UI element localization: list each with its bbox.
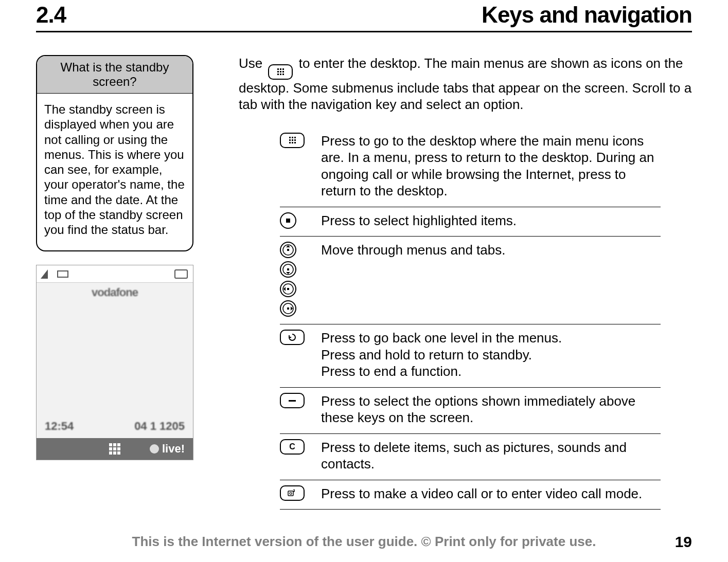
key-desc: Press to select highlighted items. xyxy=(321,212,517,229)
back-key-icon xyxy=(280,330,305,345)
intro-text: Use to enter the desktop. The main menus… xyxy=(239,55,692,113)
nav-up-icon xyxy=(280,242,296,258)
key-icon-col: C xyxy=(280,439,321,455)
operator-name: vodafone xyxy=(37,286,193,299)
callout-body: The standby screen is displayed when you… xyxy=(37,94,192,250)
page-header: 2.4 Keys and navigation xyxy=(36,0,692,28)
svg-rect-8 xyxy=(289,400,296,402)
page: 2.4 Keys and navigation What is the stan… xyxy=(0,0,728,562)
key-row: Press to select the options shown immedi… xyxy=(280,388,661,434)
nav-left-icon xyxy=(280,281,296,297)
softkey-bar: live! xyxy=(37,438,193,460)
nav-right-icon xyxy=(280,300,296,317)
body: What is the standby screen? The standby … xyxy=(36,55,692,510)
live-icon xyxy=(150,444,159,454)
svg-rect-7 xyxy=(287,307,289,310)
desktop-grid-icon xyxy=(109,443,120,455)
svg-rect-9 xyxy=(288,491,293,496)
softkey-right-label: live! xyxy=(162,442,185,456)
callout-title: What is the standby screen? xyxy=(37,56,192,94)
key-icon-col xyxy=(280,133,321,148)
key-icon-col xyxy=(280,242,321,317)
key-row: Press to go to the desktop where the mai… xyxy=(280,128,661,207)
section-title: Keys and navigation xyxy=(482,2,692,28)
key-desc: Press to select the options shown immedi… xyxy=(321,393,661,426)
section-number: 2.4 xyxy=(36,2,66,28)
key-table: Press to go to the desktop where the mai… xyxy=(280,128,661,510)
key-desc: Press to go to the desktop where the mai… xyxy=(321,133,661,200)
grid-key-icon xyxy=(268,64,293,80)
video-call-key-icon xyxy=(280,485,305,501)
footer-text: This is the Internet version of the user… xyxy=(0,534,728,550)
status-bar xyxy=(37,265,193,283)
c-key-icon: C xyxy=(280,439,305,455)
header-rule xyxy=(36,31,692,32)
key-desc: Press to delete items, such as pictures,… xyxy=(321,439,661,473)
left-column: What is the standby screen? The standby … xyxy=(36,55,206,510)
key-icon-col xyxy=(280,393,321,408)
key-desc: Move through menus and tabs. xyxy=(321,242,505,259)
clock-time: 12:54 xyxy=(45,420,74,433)
key-icon-col xyxy=(280,212,321,229)
standby-screenshot: vodafone 12:54 04 1 1205 live! xyxy=(36,265,193,460)
callout-box: What is the standby screen? The standby … xyxy=(36,55,193,251)
battery-icon xyxy=(57,270,68,278)
clock-date: 04 1 1205 xyxy=(134,420,185,433)
page-number: 19 xyxy=(675,533,692,551)
svg-rect-1 xyxy=(287,249,289,251)
svg-rect-3 xyxy=(287,268,289,270)
key-row: Press to make a video call or to enter v… xyxy=(280,480,661,510)
key-icon-col xyxy=(280,330,321,345)
key-row: Press to go back one level in the menus.… xyxy=(280,324,661,388)
key-row: Press to select highlighted items. xyxy=(280,207,661,237)
nav-down-icon xyxy=(280,261,296,278)
svg-point-10 xyxy=(290,492,292,494)
signal-icon xyxy=(41,269,48,279)
right-column: Use to enter the desktop. The main menus… xyxy=(239,55,692,510)
select-key-icon xyxy=(280,212,296,229)
intro-after: to enter the desktop. The main menus are… xyxy=(239,56,691,112)
key-row: Move through menus and tabs. xyxy=(280,237,661,324)
softkey-icon xyxy=(280,393,305,408)
grid-key-icon xyxy=(280,133,305,148)
key-icon-col xyxy=(280,485,321,501)
svg-rect-5 xyxy=(287,288,289,290)
key-row: C Press to delete items, such as picture… xyxy=(280,434,661,480)
intro-before: Use xyxy=(239,56,266,71)
key-desc: Press to make a video call or to enter v… xyxy=(321,485,642,502)
key-desc: Press to go back one level in the menus.… xyxy=(321,330,562,380)
status-icon xyxy=(174,269,188,279)
